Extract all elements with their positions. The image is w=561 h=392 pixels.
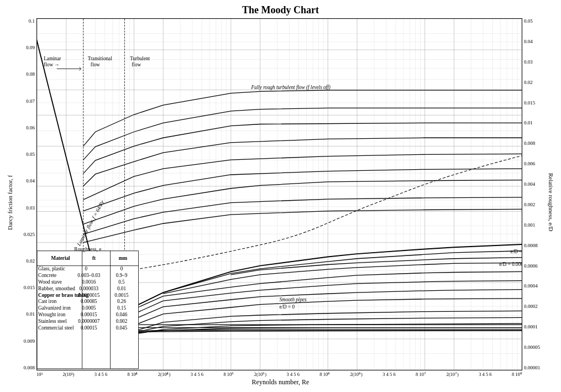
svg-text:e/D = 0.000005: e/D = 0.000005 — [511, 249, 522, 254]
svg-text:Transitional: Transitional — [88, 56, 112, 61]
svg-text:0.00085: 0.00085 — [81, 299, 97, 304]
svg-text:Material: Material — [51, 255, 70, 261]
svg-text:e/D = 0: e/D = 0 — [279, 304, 295, 310]
svg-text:ft: ft — [92, 255, 96, 261]
svg-text:Turbulent: Turbulent — [130, 56, 150, 61]
x-axis-label: Reynolds number, Re — [15, 378, 546, 386]
svg-text:0.0005: 0.0005 — [82, 305, 96, 311]
svg-text:0.0016: 0.0016 — [82, 279, 96, 285]
svg-text:Cast iron: Cast iron — [38, 299, 57, 304]
svg-text:Concrete: Concrete — [38, 273, 56, 278]
svg-text:e/D = 0.000001: e/D = 0.000001 — [499, 261, 522, 266]
chart-title: The Moody Chart — [242, 4, 319, 16]
svg-text:0.003–0.03: 0.003–0.03 — [77, 273, 101, 278]
chart-area: Darcy friction factor, f 0.1 0.09 0.08 0… — [6, 18, 555, 386]
svg-text:Roughness, e: Roughness, e — [74, 247, 101, 252]
y-ticks-right: 0.05 0.04 0.03 0.02 0.015 0.01 0.008 0.0… — [522, 18, 546, 370]
svg-text:Wrought iron: Wrought iron — [38, 312, 66, 317]
svg-text:Galvanized iron: Galvanized iron — [38, 305, 71, 311]
svg-text:flow →: flow → — [44, 62, 59, 67]
svg-text:0.00015: 0.00015 — [81, 325, 97, 331]
chart-inner: 0.1 0.09 0.08 0.07 0.06 0.05 0.04 0.03 0… — [15, 18, 546, 370]
svg-text:flow: flow — [132, 62, 141, 67]
svg-line-93 — [79, 69, 81, 70]
svg-text:0: 0 — [120, 266, 123, 271]
chart-with-axes: 0.1 0.09 0.08 0.07 0.06 0.05 0.04 0.03 0… — [15, 18, 546, 386]
svg-text:0.26: 0.26 — [117, 299, 126, 304]
svg-text:Commercial steel: Commercial steel — [38, 325, 74, 331]
svg-text:Wood stave: Wood stave — [38, 279, 62, 285]
svg-text:0.0000007: 0.0000007 — [78, 318, 99, 324]
svg-text:0.9–9: 0.9–9 — [116, 273, 128, 278]
svg-text:Laminar: Laminar — [44, 56, 61, 61]
svg-text:0: 0 — [85, 266, 87, 271]
svg-text:flow: flow — [91, 62, 100, 67]
svg-text:0.01: 0.01 — [117, 286, 126, 291]
x-axis-ticks: 10³ 2(10³) 3 4 5 6 8 10⁴ 2(10⁴) 3 4 5 6 … — [15, 372, 546, 377]
svg-text:0.045: 0.045 — [116, 325, 128, 331]
y-ticks-left: 0.1 0.09 0.08 0.07 0.06 0.05 0.04 0.03 0… — [15, 18, 36, 370]
svg-text:mm: mm — [119, 255, 127, 261]
y-axis-label-right: Relative roughness, e/D — [547, 18, 555, 386]
svg-text:0.0000015: 0.0000015 — [78, 292, 99, 297]
svg-text:0.15: 0.15 — [117, 305, 126, 311]
svg-text:0.046: 0.046 — [116, 312, 128, 317]
svg-text:0.0015: 0.0015 — [114, 292, 128, 297]
svg-text:0.000033: 0.000033 — [80, 286, 99, 291]
svg-text:Stainless steel: Stainless steel — [38, 318, 67, 324]
plot-area: .grid-major { stroke: #999; stroke-width… — [36, 18, 522, 370]
y-axis-label-left: Darcy friction factor, f — [6, 18, 14, 386]
svg-text:Smooth pipes: Smooth pipes — [279, 297, 306, 302]
svg-text:0.5: 0.5 — [118, 279, 125, 285]
svg-text:Fully rough turbulent flow (f : Fully rough turbulent flow (f levels off… — [251, 85, 331, 91]
svg-text:Rubber, smoothed: Rubber, smoothed — [38, 286, 75, 291]
svg-text:Glass, plastic: Glass, plastic — [38, 266, 65, 271]
svg-text:0.002: 0.002 — [116, 318, 128, 324]
svg-text:0.00015: 0.00015 — [81, 312, 97, 317]
moody-chart-svg: .grid-major { stroke: #999; stroke-width… — [37, 19, 522, 370]
